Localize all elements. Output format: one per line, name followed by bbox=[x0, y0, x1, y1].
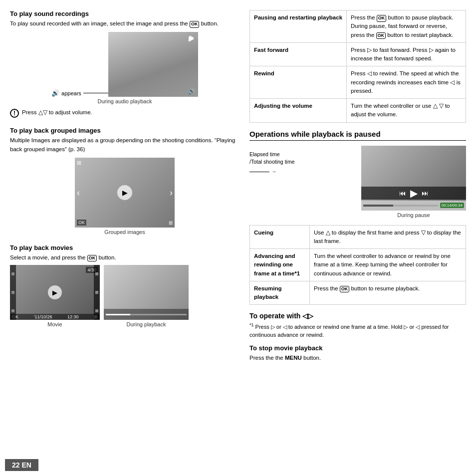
volume-overlay: 🔊 bbox=[188, 88, 195, 95]
appears-text: appears bbox=[61, 90, 81, 96]
sound-icon: 🔊 bbox=[51, 89, 59, 97]
sound-heading: To play sound recordings bbox=[10, 10, 239, 17]
table-row: Cueing Use △ to display the first frame … bbox=[250, 225, 466, 249]
table-row: Adjusting the volume Turn the wheel cont… bbox=[250, 99, 466, 123]
movie-images-row: ‹ › ▶ 4/30 OK ’11/10/26 12:30 ⊞ bbox=[10, 265, 239, 327]
movie-time: 12:30 bbox=[67, 314, 79, 319]
pause-caption: During pause bbox=[361, 212, 466, 218]
footnote: *1 Press ▷ or ◁ to advance or rewind one… bbox=[249, 322, 466, 339]
film-hole bbox=[11, 272, 14, 275]
movie-caption1: Movie bbox=[10, 321, 100, 327]
film-hole bbox=[95, 272, 98, 275]
pause-image-wrap: ⏮ ▶ ⏭ 00:14/00:34 During pause bbox=[361, 146, 466, 218]
table-row: Resuming playback Press the OK button to… bbox=[250, 281, 466, 305]
elapsed-line bbox=[249, 172, 269, 172]
ops-col2-2: Press the OK button to resume playback. bbox=[310, 281, 466, 305]
ok-btn-movie: OK bbox=[87, 255, 97, 262]
ok-badge: OK bbox=[77, 220, 86, 226]
grouped-image: ‹ › ▶ ⊞ OK ⊞ bbox=[75, 158, 175, 228]
table-col2-0: Press the OK button to pause playback. D… bbox=[347, 10, 466, 43]
page-footer: 22 EN bbox=[5, 459, 38, 471]
table-col2-2: Press ◁ to rewind. The speed at which th… bbox=[347, 66, 466, 99]
table-row: Fast forward Press ▷ to fast forward. Pr… bbox=[250, 42, 466, 66]
ops-col1-0: Cueing bbox=[250, 225, 310, 249]
arrow-right-elapsed: → bbox=[271, 168, 276, 175]
table-row: Pausing and restarting playback Press th… bbox=[250, 10, 466, 43]
movie-date: ’11/10/26 bbox=[33, 314, 52, 319]
playback-bar bbox=[104, 309, 189, 320]
ops-col1-2: Resuming playback bbox=[250, 281, 310, 305]
stop-section: To stop movie playback Press the the MEN… bbox=[249, 344, 466, 362]
time-progress bbox=[363, 205, 438, 207]
ops-col2-1: Turn the wheel controller to advance or … bbox=[310, 249, 466, 281]
note-text: Press △▽ to adjust volume. bbox=[22, 108, 92, 117]
ops-col1-1: Advancing and rewinding one frame at a t… bbox=[250, 249, 310, 281]
operate-section: To operate with ◁▷ *1 Press ▷ or ◁ to ad… bbox=[249, 312, 466, 339]
audio-image: ▶ 🔊 bbox=[108, 32, 198, 97]
movie-image: ‹ › ▶ 4/30 OK ’11/10/26 12:30 ⊞ bbox=[10, 265, 100, 320]
grouped-caption: Grouped images bbox=[10, 229, 239, 235]
prev-frame-icon: ⏮ bbox=[399, 189, 406, 197]
note-row: ! Press △▽ to adjust volume. bbox=[10, 108, 239, 118]
movie-meta-bar: OK ’11/10/26 12:30 ⊞ bbox=[10, 314, 100, 320]
film-hole bbox=[95, 309, 98, 312]
page-number: 22 EN bbox=[5, 459, 38, 471]
table-col2-3: Turn the wheel controller or use △ ▽ to … bbox=[347, 99, 466, 123]
pause-label: Elapsed time/Total shooting time → bbox=[249, 146, 294, 176]
pause-image: ⏮ ▶ ⏭ 00:14/00:34 bbox=[361, 146, 466, 211]
right-column: Pausing and restarting playback Press th… bbox=[249, 10, 466, 466]
bottom-icons: OK bbox=[77, 220, 86, 226]
grouped-image-container: ‹ › ▶ ⊞ OK ⊞ Grouped images bbox=[10, 158, 239, 235]
movie-left: ‹ › ▶ 4/30 OK ’11/10/26 12:30 ⊞ bbox=[10, 265, 100, 327]
progress-bar bbox=[106, 314, 187, 315]
ops-heading: Operations while playback is paused bbox=[249, 130, 466, 141]
arrow-left-icon: ‹ bbox=[77, 187, 80, 198]
play-icon: ▶ bbox=[410, 187, 418, 199]
movies-desc: Select a movie, and press the OK button. bbox=[10, 253, 239, 262]
info-table: Pausing and restarting playback Press th… bbox=[249, 10, 466, 123]
operate-heading: To operate with ◁▷ bbox=[249, 312, 466, 320]
movies-section: To play back movies Select a movie, and … bbox=[10, 244, 239, 327]
playback-image bbox=[104, 265, 189, 320]
playback-controls bbox=[104, 309, 189, 320]
menu-label: MENU bbox=[285, 355, 302, 361]
pause-image-row: Elapsed time/Total shooting time → ⏮ ▶ ⏭ bbox=[249, 146, 466, 218]
grouped-section: To play back grouped images Multiple Ima… bbox=[10, 127, 239, 235]
grid-icon: ⊞ bbox=[169, 220, 173, 226]
stop-desc: Press the the MENU button. bbox=[249, 354, 466, 362]
ok-btn-resume: OK bbox=[340, 286, 350, 293]
progress-fill bbox=[106, 314, 130, 315]
filmstrip-right bbox=[94, 265, 100, 320]
movie-right: During playback bbox=[104, 265, 189, 327]
sound-image-container: 🔊 appears ▶ 🔊 During audio playback bbox=[10, 32, 239, 104]
ok-btn-restart: OK bbox=[376, 32, 386, 39]
table-row: Advancing and rewinding one frame at a t… bbox=[250, 249, 466, 281]
appears-line bbox=[83, 93, 108, 93]
sound-desc: To play sound recorded with an image, se… bbox=[10, 19, 239, 28]
time-progress-fill bbox=[363, 205, 393, 207]
table-col2-1: Press ▷ to fast forward. Press ▷ again t… bbox=[347, 42, 466, 66]
page-container: To play sound recordings To play sound r… bbox=[0, 0, 476, 476]
ok-btn-pause: OK bbox=[377, 15, 387, 22]
table-col1-1: Fast forward bbox=[250, 42, 347, 66]
film-hole bbox=[11, 309, 14, 312]
next-frame-icon: ⏭ bbox=[422, 189, 429, 197]
controls-bar: ⏮ ▶ ⏭ bbox=[361, 187, 466, 200]
ok-button-label: OK bbox=[190, 21, 200, 28]
play-overlay-icon: ▶ bbox=[190, 34, 194, 41]
movie-play-btn: ▶ bbox=[48, 285, 62, 299]
table-row: Rewind Press ◁ to rewind. The speed at w… bbox=[250, 66, 466, 99]
filmstrip-left bbox=[10, 265, 16, 320]
arrow-right-icon: › bbox=[170, 187, 173, 198]
ops-table: Cueing Use △ to display the first frame … bbox=[249, 225, 466, 305]
left-column: To play sound recordings To play sound r… bbox=[10, 10, 239, 466]
grouped-heading: To play back grouped images bbox=[10, 127, 239, 134]
film-hole bbox=[11, 291, 14, 294]
table-col1-2: Rewind bbox=[250, 66, 347, 99]
pause-section: Elapsed time/Total shooting time → ⏮ ▶ ⏭ bbox=[249, 146, 466, 218]
time-text: 00:14/00:34 bbox=[440, 203, 464, 208]
stop-heading: To stop movie playback bbox=[249, 344, 466, 352]
sound-section: To play sound recordings To play sound r… bbox=[10, 10, 239, 118]
elapsed-arrow: → bbox=[249, 168, 294, 175]
grouped-icon: ⊞ bbox=[77, 160, 81, 166]
